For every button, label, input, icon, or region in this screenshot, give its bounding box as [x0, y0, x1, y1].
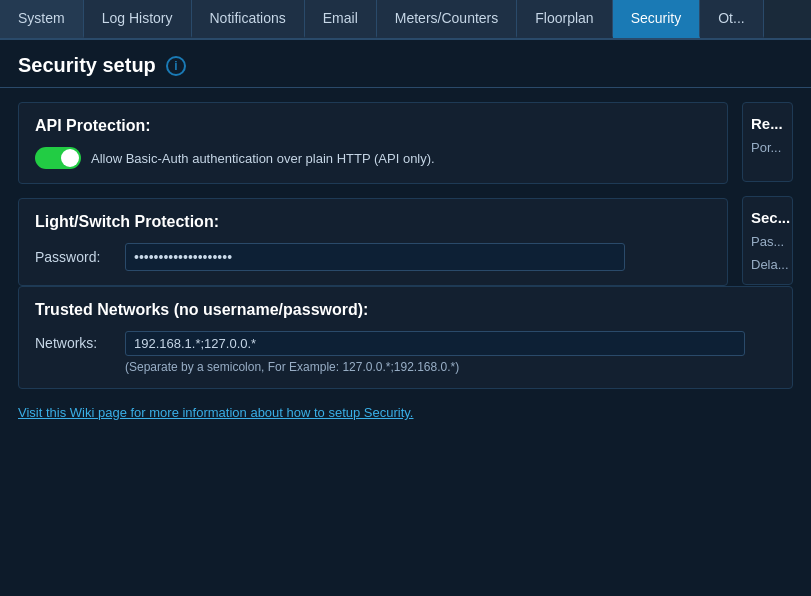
networks-input[interactable]	[125, 331, 745, 356]
light-switch-title: Light/Switch Protection:	[35, 213, 711, 231]
networks-label: Networks:	[35, 331, 115, 351]
tab-floorplan[interactable]: Floorplan	[517, 0, 612, 38]
wiki-link-bar: Visit this Wiki page for more informatio…	[0, 389, 811, 429]
password-row: Password:	[35, 243, 711, 271]
main-area: API Protection: Allow Basic-Auth authent…	[0, 88, 811, 286]
right-panel-2-label2: Dela...	[751, 257, 784, 272]
tab-email[interactable]: Email	[305, 0, 377, 38]
right-panel-2-title: Sec...	[751, 209, 784, 226]
api-protection-card: API Protection: Allow Basic-Auth authent…	[18, 102, 728, 184]
right-panel-1-sub: Por...	[751, 140, 784, 155]
tab-log-history[interactable]: Log History	[84, 0, 192, 38]
page-title-bar: Security setup i	[0, 40, 811, 88]
toggle-thumb	[61, 149, 79, 167]
tab-meters-counters[interactable]: Meters/Counters	[377, 0, 517, 38]
toggle-label: Allow Basic-Auth authentication over pla…	[91, 151, 435, 166]
tab-system[interactable]: System	[0, 0, 84, 38]
right-panel-1-title: Re...	[751, 115, 784, 132]
networks-right: (Separate by a semicolon, For Example: 1…	[125, 331, 745, 374]
right-panel-1: Re... Por...	[742, 102, 793, 182]
right-panels: Re... Por... Sec... Pas... Dela...	[742, 102, 793, 286]
tab-notifications[interactable]: Notifications	[192, 0, 305, 38]
right-panel-2: Sec... Pas... Dela...	[742, 196, 793, 285]
trusted-networks-section: Trusted Networks (no username/password):…	[18, 286, 793, 389]
toggle-track	[35, 147, 81, 169]
tab-bar: System Log History Notifications Email M…	[0, 0, 811, 40]
api-protection-toggle[interactable]	[35, 147, 81, 169]
left-panels: API Protection: Allow Basic-Auth authent…	[18, 102, 728, 286]
networks-hint: (Separate by a semicolon, For Example: 1…	[125, 360, 745, 374]
wiki-link[interactable]: Visit this Wiki page for more informatio…	[18, 405, 413, 420]
trusted-networks-title: Trusted Networks (no username/password):	[35, 301, 776, 319]
right-panel-2-label1: Pas...	[751, 234, 784, 249]
info-icon[interactable]: i	[166, 56, 186, 76]
toggle-row: Allow Basic-Auth authentication over pla…	[35, 147, 711, 169]
page-title: Security setup	[18, 54, 156, 77]
api-protection-title: API Protection:	[35, 117, 711, 135]
tab-other[interactable]: Ot...	[700, 0, 763, 38]
password-label: Password:	[35, 249, 115, 265]
tab-security[interactable]: Security	[613, 0, 701, 38]
password-input[interactable]	[125, 243, 625, 271]
light-switch-protection-card: Light/Switch Protection: Password:	[18, 198, 728, 286]
networks-row: Networks: (Separate by a semicolon, For …	[35, 331, 776, 374]
